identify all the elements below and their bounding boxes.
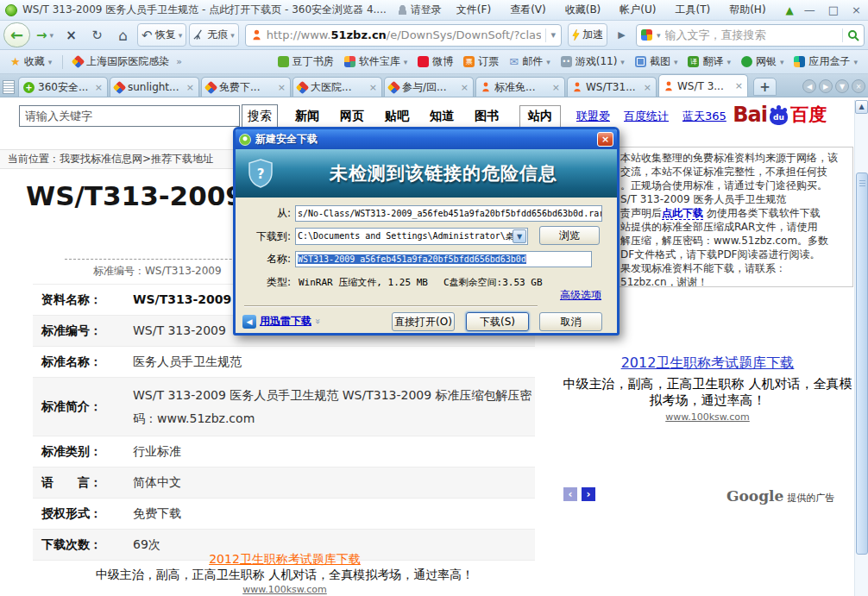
scroll-up-arrow[interactable]: ▲: [855, 100, 868, 114]
sidebar-ad-url-link[interactable]: www.100ksw.com: [563, 411, 852, 423]
dialog-close-button[interactable]: ×: [597, 132, 613, 147]
scrollbar-thumb[interactable]: [856, 173, 868, 555]
forward-button[interactable]: →▾: [33, 23, 57, 47]
tab-360[interactable]: +360安全...×: [18, 77, 108, 97]
tool-translate[interactable]: 译翻译▾: [682, 54, 736, 69]
minimize-button[interactable]: —: [804, 3, 815, 16]
tab-list-icon[interactable]: [3, 80, 15, 94]
tool-appbox[interactable]: 应用盒子▾: [789, 54, 863, 69]
tab-standard-free[interactable]: 标准免...×: [475, 77, 565, 97]
keyword-input[interactable]: [19, 105, 240, 127]
tab-close-icon[interactable]: ×: [278, 82, 286, 93]
url-dropdown-icon[interactable]: ▾: [550, 29, 556, 41]
search-engine-icon[interactable]: [641, 29, 652, 41]
browser-search-input[interactable]: [665, 28, 838, 41]
maximize-button[interactable]: □: [828, 3, 839, 16]
ad-prev-button[interactable]: ‹: [563, 487, 577, 501]
page-scrollbar[interactable]: ▲: [854, 100, 868, 596]
bottom-ad: 2012卫生职称考试题库下载 中级主治，副高，正高卫生职称 人机对话，全真模拟考…: [35, 552, 535, 596]
tab-close-icon[interactable]: ×: [461, 82, 469, 93]
close-button[interactable]: ×: [852, 3, 861, 16]
ad-next-button[interactable]: ›: [582, 487, 595, 501]
stop-button[interactable]: ×: [60, 23, 83, 47]
menu-file[interactable]: 文件(F): [447, 3, 500, 17]
tab-free-download[interactable]: 免费下...×: [201, 77, 291, 97]
advanced-options-link[interactable]: 高级选项: [560, 288, 601, 303]
address-bar[interactable]: http://www.51zbz.cn/e/DownSys/DownSoft/?…: [245, 24, 562, 47]
menu-favorites[interactable]: 收藏(B): [556, 3, 611, 17]
menu-tools[interactable]: 工具(T): [665, 3, 720, 17]
new-tab-button[interactable]: +: [753, 78, 777, 96]
home-button[interactable]: ⌂: [111, 23, 135, 47]
tab-close-icon[interactable]: ×: [95, 82, 103, 93]
tab-close-icon[interactable]: ×: [186, 82, 194, 93]
tab-scroll-right-button[interactable]: ▶: [819, 79, 833, 93]
tab-close-all-button[interactable]: ×: [852, 79, 865, 93]
tool-games[interactable]: ••游戏(11)▾: [556, 54, 630, 69]
tool-tickets[interactable]: 票订票: [458, 54, 504, 69]
search-button[interactable]: 搜索: [242, 104, 278, 128]
menu-help[interactable]: 帮助(H): [720, 3, 775, 17]
open-directly-button[interactable]: 直接打开(O): [392, 312, 455, 331]
engine-dropdown-icon[interactable]: ▾: [657, 31, 661, 40]
tab-list-dropdown-button[interactable]: ▼: [835, 79, 849, 93]
refresh-button[interactable]: ↻: [85, 23, 109, 47]
tool-screenshot[interactable]: 截图▾: [630, 54, 683, 69]
tab-close-icon[interactable]: ×: [735, 80, 743, 91]
tool-weibo[interactable]: 微博: [412, 54, 458, 69]
menu-account[interactable]: 帐户(U): [610, 3, 665, 17]
tab-favicon: [204, 80, 218, 94]
ad-url-link[interactable]: www.100ksw.com: [35, 583, 535, 596]
weibo-icon: [418, 56, 429, 67]
nav-web[interactable]: 网页: [340, 109, 364, 124]
tab-sunlight[interactable]: sunlight...×: [110, 77, 199, 97]
restore-button[interactable]: ↶恢复▾: [137, 23, 186, 47]
tool-mail[interactable]: ✉邮件▾: [504, 54, 555, 69]
safety-message: 未检测到该链接的危险信息: [282, 161, 605, 185]
favorites-menu[interactable]: ★收藏▾: [5, 54, 57, 69]
tab-scroll-left-button[interactable]: ◀: [802, 79, 816, 93]
thunder-download-link[interactable]: ◀ 用迅雷下载 »: [242, 314, 321, 329]
nav-books[interactable]: 图书: [475, 109, 499, 124]
tab-wst3-active[interactable]: WS/T 3...×: [658, 74, 748, 97]
speed-button[interactable]: 加速: [568, 23, 607, 47]
login-button[interactable]: 请登录: [398, 3, 442, 17]
tab-reply[interactable]: 参与/回...×: [384, 77, 474, 97]
link-lantian[interactable]: 蓝天365: [682, 109, 726, 124]
nav-zhidao[interactable]: 知道: [430, 109, 454, 124]
back-button[interactable]: ←: [3, 22, 30, 47]
nav-tieba[interactable]: 贴吧: [385, 109, 409, 124]
link-lianmeng[interactable]: 联盟爱: [576, 109, 610, 124]
search-magnifier-icon[interactable]: [847, 29, 859, 41]
play-button[interactable]: ▶: [610, 23, 633, 47]
tab-hospital[interactable]: 大医院...×: [292, 77, 382, 97]
nav-news[interactable]: 新闻: [295, 109, 319, 124]
download-button[interactable]: 下载(S): [466, 312, 529, 331]
browser-search-box[interactable]: ▾: [636, 24, 865, 47]
save-location-combo[interactable]: C:\Documents and Settings\Administrator\…: [295, 228, 528, 245]
cancel-button[interactable]: 取消: [539, 312, 602, 331]
theme-icon[interactable]: ▲: [786, 4, 794, 16]
tab-close-icon[interactable]: ×: [644, 82, 651, 93]
browse-button[interactable]: 浏览: [539, 226, 600, 245]
incognito-button[interactable]: 无痕▾: [189, 23, 239, 47]
nav-site-scope[interactable]: 站内: [519, 105, 561, 128]
tab-wst31[interactable]: WS/T31...×: [567, 77, 657, 97]
ticket-icon: 票: [463, 56, 475, 67]
tool-ebank[interactable]: 网银▾: [736, 54, 789, 69]
ad-title-link[interactable]: 2012卫生职称考试题库下载: [35, 552, 535, 566]
click-to-download-link[interactable]: 点此下载: [662, 207, 703, 220]
bookmark-shanghai[interactable]: 上海国际医院感染: [68, 54, 174, 69]
tab-close-icon[interactable]: ×: [552, 82, 560, 93]
source-url-field[interactable]: s/No-Class/WST313-2009_a56feb451a9fa20bf…: [295, 205, 602, 222]
tool-software[interactable]: 软件宝库▾: [339, 54, 413, 69]
home-icon: ⌂: [118, 27, 128, 44]
filename-field[interactable]: WST313-2009_a56feb451a9fa20bf5bfdd656bd6…: [295, 251, 592, 267]
link-tongji[interactable]: 百度统计: [624, 109, 669, 124]
sidebar-ad-title-link[interactable]: 2012卫生职称考试题库下载: [563, 354, 852, 373]
tool-douding[interactable]: 豆丁书房: [273, 54, 339, 69]
menu-view[interactable]: 查看(V): [500, 3, 556, 17]
combo-dropdown-icon[interactable]: ▼: [513, 229, 526, 243]
bookmarks-overflow-icon[interactable]: »: [176, 56, 182, 67]
tab-close-icon[interactable]: ×: [369, 82, 377, 93]
